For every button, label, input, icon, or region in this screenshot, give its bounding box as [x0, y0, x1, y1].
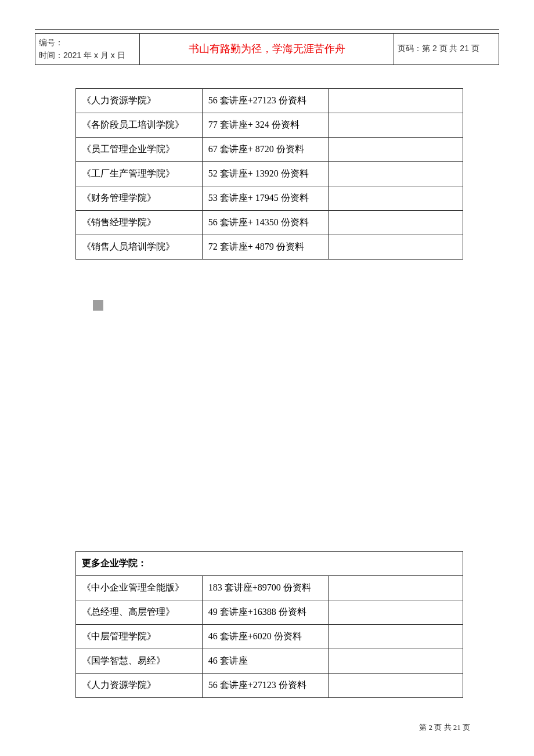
table-row: 《工厂生产管理学院》 52 套讲座+ 13920 份资料 [76, 161, 463, 186]
course-name: 《销售经理学院》 [76, 210, 203, 235]
table-row: 《各阶段员工培训学院》 77 套讲座+ 324 份资料 [76, 113, 463, 137]
table-header-row: 更多企业学院： [76, 551, 463, 575]
course-desc: 72 套讲座+ 4879 份资料 [202, 235, 329, 259]
table-row: 《中小企业管理全能版》 183 套讲座+89700 份资料 [76, 575, 463, 600]
course-desc: 56 套讲座+ 14350 份资料 [202, 210, 329, 235]
course-desc: 46 套讲座+6020 份资料 [202, 624, 329, 649]
course-name: 《各阶段员工培训学院》 [76, 113, 203, 137]
course-desc: 183 套讲座+89700 份资料 [202, 575, 329, 600]
course-desc: 49 套讲座+16388 份资料 [202, 600, 329, 624]
header-time-label: 时间：2021 年 x 月 x 日 [39, 49, 136, 62]
header-page-label: 页码：第 2 页 共 21 页 [394, 34, 499, 64]
course-name: 《员工管理企业学院》 [76, 137, 203, 161]
table-row: 《员工管理企业学院》 67 套讲座+ 8720 份资料 [76, 137, 463, 161]
course-table-1: 《人力资源学院》 56 套讲座+27123 份资料 《各阶段员工培训学院》 77… [75, 88, 463, 260]
course-name: 《销售人员培训学院》 [76, 235, 203, 259]
empty-cell [329, 88, 463, 113]
empty-cell [329, 600, 463, 624]
header-id-time: 编号： 时间：2021 年 x 月 x 日 [35, 34, 140, 64]
table-row: 《销售经理学院》 56 套讲座+ 14350 份资料 [76, 210, 463, 235]
empty-cell [329, 113, 463, 137]
empty-cell [329, 186, 463, 210]
course-name: 《工厂生产管理学院》 [76, 161, 203, 186]
course-desc: 67 套讲座+ 8720 份资料 [202, 137, 329, 161]
document-header: 编号： 时间：2021 年 x 月 x 日 书山有路勤为径，学海无涯苦作舟 页码… [35, 33, 499, 65]
header-id-label: 编号： [39, 36, 136, 49]
course-name: 《中层管理学院》 [76, 624, 203, 649]
table-row: 《总经理、高层管理》 49 套讲座+16388 份资料 [76, 600, 463, 624]
empty-cell [329, 575, 463, 600]
course-name: 《国学智慧、易经》 [76, 649, 203, 673]
table-header-label: 更多企业学院： [76, 551, 463, 575]
empty-cell [329, 624, 463, 649]
empty-cell [329, 673, 463, 697]
table-row: 《财务管理学院》 53 套讲座+ 17945 份资料 [76, 186, 463, 210]
course-name: 《人力资源学院》 [76, 673, 203, 697]
table-row: 《人力资源学院》 56 套讲座+27123 份资料 [76, 673, 463, 697]
empty-cell [329, 210, 463, 235]
course-name: 《中小企业管理全能版》 [76, 575, 203, 600]
course-desc: 53 套讲座+ 17945 份资料 [202, 186, 329, 210]
course-desc: 56 套讲座+27123 份资料 [202, 88, 329, 113]
empty-cell [329, 235, 463, 259]
table-row: 《销售人员培训学院》 72 套讲座+ 4879 份资料 [76, 235, 463, 259]
page-footer: 第 2 页 共 21 页 [419, 722, 470, 733]
table-row: 《人力资源学院》 56 套讲座+27123 份资料 [76, 88, 463, 113]
course-name: 《财务管理学院》 [76, 186, 203, 210]
empty-cell [329, 161, 463, 186]
course-table-2: 更多企业学院： 《中小企业管理全能版》 183 套讲座+89700 份资料 《总… [75, 551, 463, 698]
table-row: 《国学智慧、易经》 46 套讲座 [76, 649, 463, 673]
course-desc: 46 套讲座 [202, 649, 329, 673]
empty-cell [329, 137, 463, 161]
course-desc: 77 套讲座+ 324 份资料 [202, 113, 329, 137]
header-motto: 书山有路勤为径，学海无涯苦作舟 [140, 34, 394, 64]
square-marker-icon [93, 300, 103, 311]
course-name: 《总经理、高层管理》 [76, 600, 203, 624]
course-name: 《人力资源学院》 [76, 88, 203, 113]
empty-cell [329, 649, 463, 673]
course-desc: 56 套讲座+27123 份资料 [202, 673, 329, 697]
table-row: 《中层管理学院》 46 套讲座+6020 份资料 [76, 624, 463, 649]
course-desc: 52 套讲座+ 13920 份资料 [202, 161, 329, 186]
